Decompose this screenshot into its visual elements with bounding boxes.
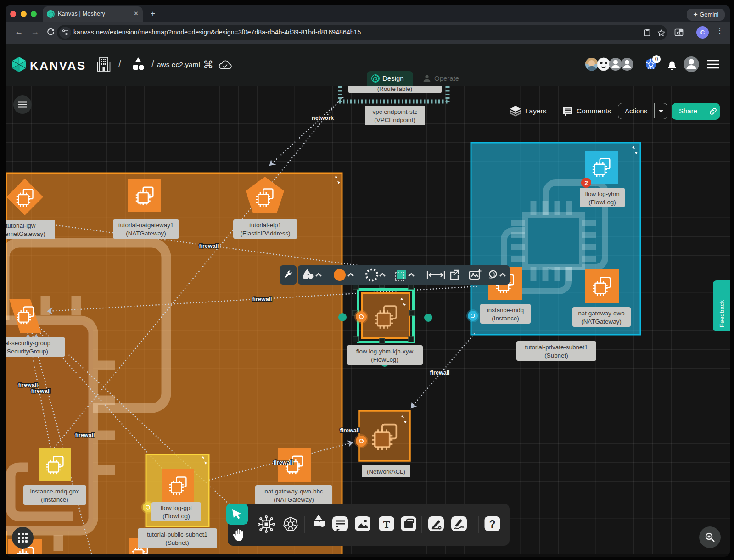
svg-text:(Instance): (Instance) <box>492 315 519 322</box>
svg-text:nat gateway-qwo-bbc: nat gateway-qwo-bbc <box>264 488 323 495</box>
svg-text:?: ? <box>489 518 495 530</box>
svg-text:tutorial-natgateway1: tutorial-natgateway1 <box>118 222 174 229</box>
svg-text:(RouteTable): (RouteTable) <box>377 86 413 92</box>
svg-text:(FlowLog): (FlowLog) <box>371 356 398 363</box>
svg-text:tutorial-public-subnet1: tutorial-public-subnet1 <box>147 531 207 538</box>
svg-text:0: 0 <box>655 56 658 62</box>
svg-text:flow log-yhm-kjh-xyw: flow log-yhm-kjh-xyw <box>356 348 414 355</box>
svg-text:firewall: firewall <box>75 432 95 438</box>
svg-text:(NATGateway): (NATGateway) <box>126 230 166 237</box>
svg-text:tutorial-eip1: tutorial-eip1 <box>249 222 281 229</box>
svg-text:tutorial-igw: tutorial-igw <box>6 222 36 229</box>
svg-text:nat gateway-qwo: nat gateway-qwo <box>578 310 624 317</box>
svg-text:firewall: firewall <box>340 427 359 434</box>
svg-text:(Subnet): (Subnet) <box>544 352 568 359</box>
svg-text:(FlowLog): (FlowLog) <box>588 199 616 206</box>
svg-text:flow log-gpt: flow log-gpt <box>161 504 192 511</box>
svg-text:firewall: firewall <box>31 388 50 394</box>
svg-text:(Instance): (Instance) <box>41 496 68 503</box>
svg-text:(Subnet): (Subnet) <box>165 539 189 546</box>
svg-text:network: network <box>312 115 334 121</box>
svg-text:(VPCEndpoint): (VPCEndpoint) <box>374 117 415 123</box>
svg-text:flow log-yhm: flow log-yhm <box>585 190 619 197</box>
svg-text:2: 2 <box>584 179 588 186</box>
svg-text:firewall: firewall <box>199 243 219 249</box>
svg-text:(InternetGateway): (InternetGateway) <box>6 230 45 237</box>
svg-text:(ElasticIPAddress): (ElasticIPAddress) <box>240 230 290 237</box>
svg-text:tutorial-private-subnet1: tutorial-private-subnet1 <box>525 344 588 351</box>
svg-text:firewall: firewall <box>430 370 449 376</box>
svg-text:(NetworkACL): (NetworkACL) <box>367 468 405 475</box>
svg-text:firewall: firewall <box>273 459 293 466</box>
svg-text:Feedback: Feedback <box>718 300 725 327</box>
svg-text:vpc endpoint-slz: vpc endpoint-slz <box>373 108 417 115</box>
svg-text:(NATGateway): (NATGateway) <box>581 318 622 325</box>
svg-text:firewall: firewall <box>18 382 38 388</box>
svg-text:al-security-group: al-security-group <box>6 340 50 347</box>
svg-text:instance-mdq: instance-mdq <box>487 307 524 314</box>
svg-text:(NATGateway): (NATGateway) <box>274 496 314 503</box>
svg-text:(FlowLog): (FlowLog) <box>162 513 190 520</box>
svg-text:T: T <box>383 519 390 530</box>
svg-text:instance-mdq-gnx: instance-mdq-gnx <box>30 488 79 495</box>
svg-text:SecurityGroup): SecurityGroup) <box>7 348 48 355</box>
svg-text:firewall: firewall <box>252 296 272 302</box>
